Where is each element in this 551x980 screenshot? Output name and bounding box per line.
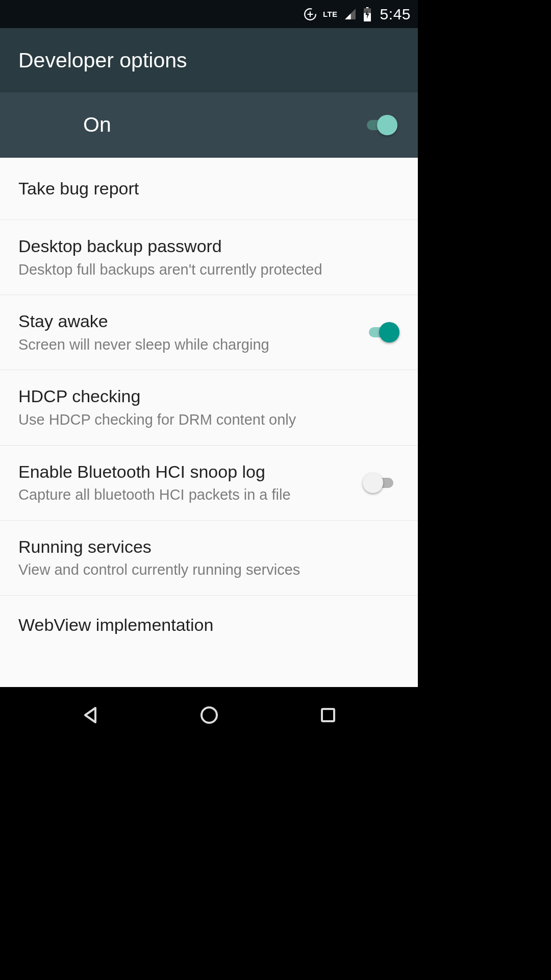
navigation-bar	[0, 687, 418, 743]
data-sync-icon	[304, 8, 317, 21]
setting-title: HDCP checking	[18, 385, 399, 407]
cell-signal-icon	[344, 8, 357, 20]
setting-title: Enable Bluetooth HCI snoop log	[18, 461, 353, 483]
svg-rect-5	[322, 709, 334, 721]
recents-button[interactable]	[310, 697, 346, 733]
stay-awake-toggle[interactable]	[363, 321, 399, 344]
setting-title: Desktop backup password	[18, 235, 399, 257]
clock: 5:45	[378, 6, 411, 23]
back-button[interactable]	[72, 697, 108, 733]
setting-title: Stay awake	[18, 310, 353, 332]
setting-bt-hci-snoop[interactable]: Enable Bluetooth HCI snoop log Capture a…	[0, 446, 418, 521]
setting-title: Running services	[18, 536, 399, 558]
master-toggle-label: On	[83, 113, 361, 137]
triangle-back-icon	[78, 703, 103, 727]
svg-point-4	[202, 707, 217, 723]
master-toggle-row[interactable]: On	[0, 92, 418, 158]
setting-subtitle: Capture all bluetooth HCI packets in a f…	[18, 485, 353, 505]
bt-hci-snoop-toggle[interactable]	[363, 472, 399, 494]
setting-subtitle: Use HDCP checking for DRM content only	[18, 410, 399, 430]
network-type-label: LTE	[323, 10, 338, 18]
home-button[interactable]	[191, 697, 227, 733]
switch-thumb	[379, 322, 399, 342]
square-recents-icon	[316, 703, 340, 727]
app-bar: Developer options	[0, 28, 418, 92]
settings-list[interactable]: Take bug report Desktop backup password …	[0, 158, 418, 687]
page-title: Developer options	[18, 48, 187, 72]
setting-title: WebView implementation	[18, 614, 399, 634]
battery-icon	[363, 7, 372, 21]
setting-subtitle: Screen will never sleep while charging	[18, 335, 353, 355]
switch-thumb	[363, 473, 383, 493]
device-screen: LTE 5:45 Developer options On	[0, 0, 418, 743]
setting-title: Take bug report	[18, 178, 399, 200]
svg-rect-1	[366, 7, 368, 8]
status-bar: LTE 5:45	[0, 0, 418, 28]
setting-bug-report[interactable]: Take bug report	[0, 158, 418, 220]
setting-hdcp[interactable]: HDCP checking Use HDCP checking for DRM …	[0, 370, 418, 445]
master-toggle-switch[interactable]	[361, 114, 397, 136]
setting-running-services[interactable]: Running services View and control curren…	[0, 521, 418, 596]
setting-stay-awake[interactable]: Stay awake Screen will never sleep while…	[0, 295, 418, 370]
setting-subtitle: Desktop full backups aren't currently pr…	[18, 260, 399, 280]
setting-desktop-backup[interactable]: Desktop backup password Desktop full bac…	[0, 220, 418, 295]
setting-subtitle: View and control currently running servi…	[18, 560, 399, 580]
switch-thumb	[377, 115, 397, 135]
circle-home-icon	[197, 703, 221, 727]
setting-webview[interactable]: WebView implementation	[0, 596, 418, 634]
